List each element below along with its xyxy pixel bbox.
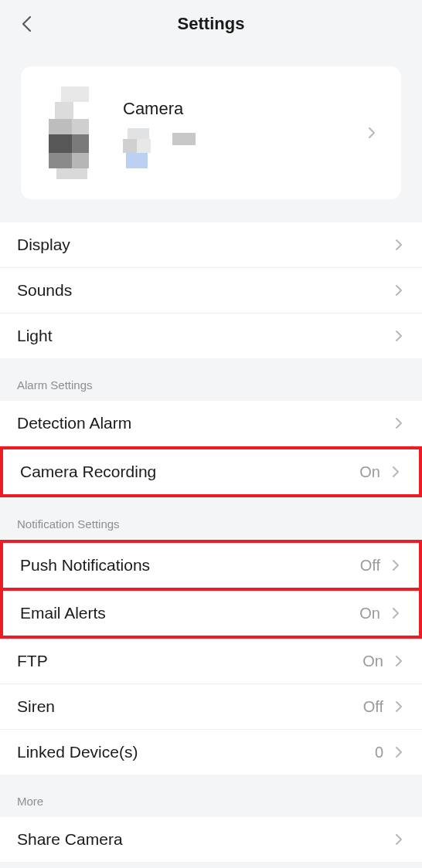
row-email-alerts[interactable]: Email Alerts On [3, 591, 419, 636]
device-card[interactable]: Camera [21, 66, 401, 199]
chevron-right-icon [393, 655, 405, 667]
back-button[interactable] [17, 15, 36, 33]
chevron-right-icon [393, 330, 405, 342]
chevron-right-icon [390, 466, 402, 478]
row-value: On [359, 605, 380, 622]
chevron-right-icon [393, 833, 405, 846]
row-label: Push Notifications [20, 556, 150, 575]
device-thumbnail [49, 86, 103, 179]
row-label: FTP [17, 652, 48, 670]
device-status-icons [123, 128, 366, 167]
row-display[interactable]: Display [0, 222, 422, 268]
page-title: Settings [178, 14, 245, 34]
chevron-left-icon [21, 15, 32, 32]
chevron-right-icon [393, 284, 405, 297]
highlight-email-alerts: Email Alerts On [0, 588, 422, 639]
highlight-push-notifications: Push Notifications Off [0, 540, 422, 591]
row-linked-devices[interactable]: Linked Device(s) 0 [0, 730, 422, 775]
alarm-section: Detection Alarm Camera Recording On [0, 401, 422, 497]
row-detection-alarm[interactable]: Detection Alarm [0, 401, 422, 446]
row-value: 0 [375, 744, 383, 761]
chevron-right-icon [390, 559, 402, 571]
row-sounds[interactable]: Sounds [0, 268, 422, 314]
notification-section: Push Notifications Off Email Alerts On F… [0, 540, 422, 775]
status-icon-1 [123, 128, 155, 167]
chevron-right-icon [393, 239, 405, 251]
row-value: Off [363, 698, 383, 716]
row-light[interactable]: Light [0, 314, 422, 358]
row-value: On [359, 463, 380, 481]
highlight-camera-recording: Camera Recording On [0, 446, 422, 497]
status-icon-2 [172, 128, 205, 167]
chevron-right-icon [390, 607, 402, 619]
row-label: Siren [17, 697, 55, 716]
header: Settings [0, 0, 422, 48]
row-label: Linked Device(s) [17, 743, 138, 761]
chevron-right-icon [366, 127, 378, 139]
more-section-header: More [0, 775, 422, 817]
row-ftp[interactable]: FTP On [0, 639, 422, 684]
row-siren[interactable]: Siren Off [0, 684, 422, 730]
row-label: Display [17, 236, 70, 254]
chevron-right-icon [393, 746, 405, 758]
row-share-camera[interactable]: Share Camera [0, 817, 422, 862]
row-label: Sounds [17, 281, 72, 300]
notification-section-header: Notification Settings [0, 497, 422, 540]
general-section: Display Sounds Light [0, 222, 422, 358]
row-camera-recording[interactable]: Camera Recording On [3, 449, 419, 494]
device-name: Camera [123, 99, 366, 119]
row-value: On [362, 653, 383, 670]
device-info: Camera [123, 99, 366, 167]
row-label: Email Alerts [20, 604, 106, 622]
row-label: Light [17, 327, 53, 345]
alarm-section-header: Alarm Settings [0, 358, 422, 401]
row-value: Off [360, 557, 380, 575]
more-section: Share Camera [0, 817, 422, 862]
row-label: Share Camera [17, 830, 123, 849]
chevron-right-icon [393, 417, 405, 429]
chevron-right-icon [393, 700, 405, 713]
row-label: Detection Alarm [17, 414, 131, 432]
row-label: Camera Recording [20, 463, 156, 481]
row-push-notifications[interactable]: Push Notifications Off [3, 543, 419, 588]
